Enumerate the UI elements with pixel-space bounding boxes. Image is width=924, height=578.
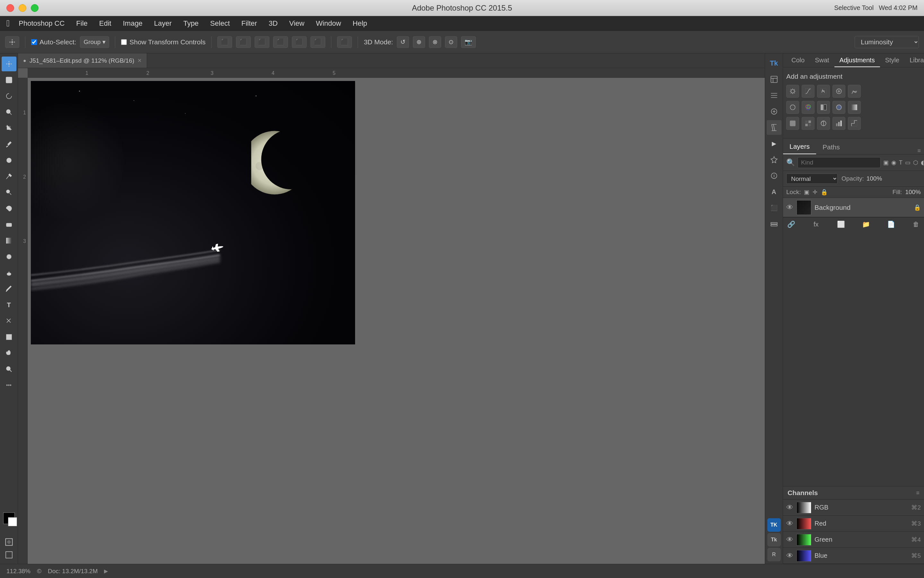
align-right-btn[interactable]: ⬛ xyxy=(311,36,325,48)
3d-pan-btn[interactable]: ⊕ xyxy=(413,36,425,48)
adj-pattern[interactable] xyxy=(802,117,814,130)
layer-filter-pixel[interactable]: ▣ xyxy=(883,158,889,167)
align-center-btn[interactable]: ⬛ xyxy=(292,36,307,48)
delete-layer-icon[interactable]: 🗑 xyxy=(911,219,921,229)
layer-item-background[interactable]: 👁 Background 🔒 xyxy=(783,198,924,217)
menu-image[interactable]: Image xyxy=(117,17,148,30)
brush-tool[interactable] xyxy=(2,169,16,184)
adj-photofilter[interactable] xyxy=(832,101,845,114)
zoom-tool[interactable] xyxy=(2,362,16,377)
tab-adjustments[interactable]: Adjustments xyxy=(834,54,880,67)
layer-filter-shape[interactable]: ▭ xyxy=(905,158,911,167)
close-button[interactable] xyxy=(6,4,14,12)
menu-layer[interactable]: Layer xyxy=(148,17,178,30)
group-dropdown[interactable]: Group ▾ xyxy=(80,36,109,48)
3d-zoom-btn[interactable]: ⊗ xyxy=(429,36,441,48)
pen-tool[interactable] xyxy=(2,281,16,296)
tk-btn-6[interactable]: ▶ xyxy=(767,136,782,151)
tk-btn-5[interactable] xyxy=(767,120,782,135)
layer-filter-toggle[interactable]: ◐ xyxy=(921,158,924,167)
move-tool[interactable] xyxy=(2,57,16,71)
channel-visibility-blue[interactable]: 👁 xyxy=(786,552,793,560)
align-middle-btn[interactable]: ⬛ xyxy=(236,36,251,48)
adj-colorbalance[interactable] xyxy=(802,101,814,114)
layer-filter-smart[interactable]: ⬡ xyxy=(913,158,918,167)
maximize-button[interactable] xyxy=(31,4,39,12)
heal-tool[interactable] xyxy=(2,153,16,168)
adj-brightness[interactable] xyxy=(786,85,799,98)
channel-visibility-rgb[interactable]: 👁 xyxy=(786,503,793,512)
quick-select-tool[interactable] xyxy=(2,105,16,120)
dodge-tool[interactable] xyxy=(2,265,16,280)
channel-item-red[interactable]: 👁 Red ⌘3 xyxy=(783,516,924,532)
adj-posterize[interactable] xyxy=(832,117,845,130)
show-transform-checkbox[interactable]: Show Transform Controls xyxy=(121,38,206,46)
channel-item-rgb[interactable]: 👁 RGB ⌘2 xyxy=(783,500,924,516)
menu-3d[interactable]: 3D xyxy=(263,17,283,30)
adj-vibrance[interactable] xyxy=(848,85,861,98)
lock-position-icon[interactable]: ✛ xyxy=(812,188,817,196)
tk-logo-gray[interactable]: Tk xyxy=(767,533,781,547)
more-tools-btn[interactable]: ••• xyxy=(2,378,16,393)
doc-info-expand[interactable]: ▶ xyxy=(104,568,108,574)
eraser-tool[interactable] xyxy=(2,217,16,232)
quick-mask-btn[interactable] xyxy=(2,536,16,548)
lasso-tool[interactable] xyxy=(2,89,16,104)
ellipse-select-tool[interactable] xyxy=(2,73,16,88)
tk-btn-layers[interactable] xyxy=(767,216,782,231)
layers-tab-paths[interactable]: Paths xyxy=(816,140,846,154)
tab-color[interactable]: Colo xyxy=(786,54,810,67)
3d-rotate-btn[interactable]: ↺ xyxy=(397,36,409,48)
menu-window[interactable]: Window xyxy=(310,17,347,30)
history-brush-tool[interactable] xyxy=(2,201,16,216)
3d-camera-btn[interactable]: 📷 xyxy=(461,36,476,48)
blend-mode-select[interactable]: Normal xyxy=(786,174,838,184)
blur-tool[interactable] xyxy=(2,249,16,264)
clone-tool[interactable] xyxy=(2,185,16,200)
adj-hsl[interactable] xyxy=(786,101,799,114)
align-left-btn[interactable]: ⬛ xyxy=(273,36,288,48)
minimize-button[interactable] xyxy=(19,4,26,12)
menu-edit[interactable]: Edit xyxy=(94,17,117,30)
align-top-btn[interactable]: ⬛ xyxy=(217,36,232,48)
move-tool-btn[interactable] xyxy=(5,36,19,48)
channel-item-blue[interactable]: 👁 Blue ⌘5 xyxy=(783,548,924,564)
distribute-btn[interactable]: ⬛ xyxy=(337,36,352,48)
adj-threshold[interactable] xyxy=(848,117,861,130)
add-layer-style-icon[interactable]: fx xyxy=(811,219,821,229)
tk-logo-blue[interactable]: TK xyxy=(767,518,781,532)
new-layer-icon[interactable]: 📄 xyxy=(886,219,896,229)
eyedropper-tool[interactable] xyxy=(2,137,16,152)
auto-select-checkbox[interactable]: Auto-Select: xyxy=(31,38,76,46)
screen-mode-btn[interactable] xyxy=(2,549,16,561)
menu-select[interactable]: Select xyxy=(204,17,236,30)
align-bottom-btn[interactable]: ⬛ xyxy=(255,36,269,48)
channels-collapse-btn[interactable]: ≡ xyxy=(916,490,919,497)
layer-filter-type[interactable]: T xyxy=(899,158,903,167)
tk-btn-extra[interactable]: ⬛ xyxy=(767,200,782,215)
tk-logo-r[interactable]: R xyxy=(767,548,781,561)
menu-type[interactable]: Type xyxy=(178,17,204,30)
menu-view[interactable]: View xyxy=(283,17,310,30)
new-group-icon[interactable]: 📁 xyxy=(861,219,871,229)
layer-visibility-icon[interactable]: 👁 xyxy=(786,203,793,212)
tk-btn-2[interactable] xyxy=(767,72,782,87)
menu-file[interactable]: File xyxy=(70,17,93,30)
channel-visibility-green[interactable]: 👁 xyxy=(786,536,793,544)
tk-btn-4[interactable] xyxy=(767,104,782,119)
opacity-value[interactable]: 100% xyxy=(867,175,882,182)
menu-filter[interactable]: Filter xyxy=(236,17,263,30)
menu-photoshop[interactable]: Photoshop CC xyxy=(13,17,70,30)
layers-tab-layers[interactable]: Layers xyxy=(783,140,816,154)
tab-libraries[interactable]: Libra xyxy=(905,54,924,67)
fill-value[interactable]: 100% xyxy=(905,188,921,196)
lock-all-icon[interactable]: 🔒 xyxy=(820,188,828,196)
adj-levels[interactable] xyxy=(817,85,830,98)
add-mask-icon[interactable]: ⬜ xyxy=(837,219,846,229)
adj-exposure[interactable] xyxy=(832,85,845,98)
hand-tool[interactable] xyxy=(2,346,16,360)
3d-extra-btn[interactable]: ⊙ xyxy=(445,36,457,48)
channel-item-green[interactable]: 👁 Green ⌘4 xyxy=(783,532,924,548)
tk-btn-3[interactable] xyxy=(767,88,782,103)
luminosity-dropdown[interactable]: Luminosity xyxy=(854,36,919,48)
